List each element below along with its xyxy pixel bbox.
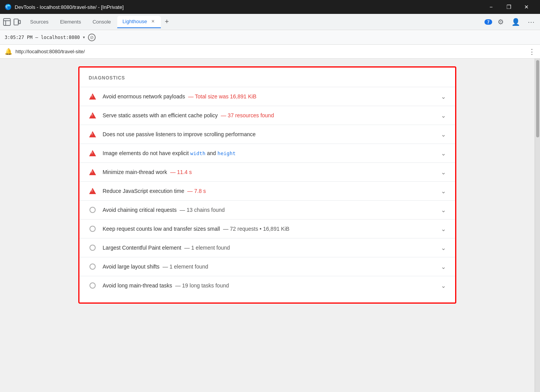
chevron-icon-5: ⌄ xyxy=(436,169,446,176)
tab-sources[interactable]: Sources xyxy=(25,16,54,28)
warning-icon-1 xyxy=(89,93,96,100)
diag-detail-8: — 72 requests • 16,891 KiB xyxy=(221,226,289,232)
diag-label-11: Avoid long main-thread tasks xyxy=(103,282,172,289)
host-dropdown-icon[interactable]: ▾ xyxy=(83,35,85,39)
section-title: DIAGNOSTICS xyxy=(79,75,455,87)
diag-label-2: Serve static assets with an efficient ca… xyxy=(103,112,218,118)
diag-detail-10: — 1 element found xyxy=(161,264,208,270)
title-bar: DevTools - localhost:8080/travel-site/ -… xyxy=(0,0,540,14)
tab-elements-label: Elements xyxy=(60,19,81,25)
diag-label-6: Reduce JavaScript execution time xyxy=(103,188,184,194)
diag-detail-2: — 37 resources found xyxy=(219,112,274,118)
chevron-icon-7: ⌄ xyxy=(436,206,446,214)
warning-icon-6 xyxy=(89,187,96,195)
chevron-icon-1: ⌄ xyxy=(436,93,446,100)
more-button[interactable]: ⋯ xyxy=(525,16,537,28)
url-display: http://localhost:8080/travel-site/ xyxy=(15,49,525,54)
neutral-icon-11 xyxy=(89,282,96,289)
diag-item-layout-shifts[interactable]: Avoid large layout shifts — 1 element fo… xyxy=(79,257,455,276)
tab-console-label: Console xyxy=(93,19,111,25)
diag-label-7: Avoid chaining critical requests xyxy=(103,207,177,213)
diag-text-9: Largest Contentful Paint element — 1 ele… xyxy=(103,245,436,251)
restore-button[interactable]: ❐ xyxy=(500,0,518,14)
chevron-icon-8: ⌄ xyxy=(436,225,446,233)
chevron-icon-10: ⌄ xyxy=(436,263,446,270)
settings-button[interactable]: ⚙ xyxy=(495,16,506,28)
window-controls: − ❐ ✕ xyxy=(482,0,535,14)
tab-lighthouse[interactable]: Lighthouse ✕ xyxy=(117,16,161,28)
time-display: 3:05:27 PM – localhost:8080 xyxy=(5,35,80,40)
warning-icon-3 xyxy=(89,130,96,138)
diag-text-6: Reduce JavaScript execution time — 7.8 s xyxy=(103,188,436,194)
minimize-button[interactable]: − xyxy=(482,0,500,14)
diag-item-critical-requests[interactable]: Avoid chaining critical requests — 13 ch… xyxy=(79,200,455,219)
url-more-icon[interactable]: ⋮ xyxy=(528,47,535,56)
inspect-icon[interactable] xyxy=(3,18,11,26)
neutral-icon-7 xyxy=(89,206,96,214)
stop-button[interactable]: ⊘ xyxy=(88,34,96,41)
diag-text-8: Keep request counts low and transfer siz… xyxy=(103,226,436,232)
diag-detail-9: — 1 element found xyxy=(183,245,230,251)
location-bar: 3:05:27 PM – localhost:8080 ▾ ⊘ xyxy=(0,30,540,45)
diag-item-long-tasks[interactable]: Avoid long main-thread tasks — 19 long t… xyxy=(79,276,455,295)
diag-item-network-payloads[interactable]: Avoid enormous network payloads — Total … xyxy=(79,87,455,106)
diag-label-3: Does not use passive listeners to improv… xyxy=(103,131,256,137)
diag-item-passive-listeners[interactable]: Does not use passive listeners to improv… xyxy=(79,125,455,144)
add-tab-button[interactable]: + xyxy=(162,16,172,27)
diag-label-9: Largest Contentful Paint element xyxy=(103,245,181,251)
diag-detail-5: — 11.4 s xyxy=(169,169,192,175)
tab-lighthouse-label: Lighthouse xyxy=(123,19,147,24)
diag-item-request-counts[interactable]: Keep request counts low and transfer siz… xyxy=(79,219,455,238)
tab-elements[interactable]: Elements xyxy=(55,16,86,28)
scrollbar[interactable] xyxy=(535,59,540,392)
diag-item-lcp[interactable]: Largest Contentful Paint element — 1 ele… xyxy=(79,238,455,257)
diag-item-image-dimensions[interactable]: Image elements do not have explicit widt… xyxy=(79,144,455,162)
diag-label-5: Minimize main-thread work xyxy=(103,169,167,175)
tab-console[interactable]: Console xyxy=(87,16,116,28)
diag-text-4: Image elements do not have explicit widt… xyxy=(103,150,436,156)
diag-label-4: Image elements do not have explicit xyxy=(103,150,189,156)
close-button[interactable]: ✕ xyxy=(518,0,535,14)
chevron-icon-6: ⌄ xyxy=(436,188,446,195)
diag-item-js-execution[interactable]: Reduce JavaScript execution time — 7.8 s… xyxy=(79,181,455,200)
favicon: 🔔 xyxy=(5,48,12,55)
browser-icon xyxy=(5,3,12,10)
diag-text-1: Avoid enormous network payloads — Total … xyxy=(103,93,436,100)
svg-rect-5 xyxy=(19,20,20,24)
code-height: height xyxy=(218,150,236,156)
scrollbar-thumb[interactable] xyxy=(536,60,539,137)
chevron-icon-3: ⌄ xyxy=(436,131,446,138)
code-width: width xyxy=(190,150,205,156)
diag-label-4b: and xyxy=(207,150,216,156)
warning-icon-2 xyxy=(89,112,96,119)
chevron-icon-4: ⌄ xyxy=(436,150,446,157)
device-icon[interactable] xyxy=(13,18,21,26)
svg-rect-4 xyxy=(14,19,18,25)
warning-icon-5 xyxy=(89,168,96,176)
diag-text-10: Avoid large layout shifts — 1 element fo… xyxy=(103,264,436,270)
url-bar: 🔔 http://localhost:8080/travel-site/ ⋮ xyxy=(0,45,540,59)
neutral-icon-10 xyxy=(89,263,96,270)
devtools-icons xyxy=(3,18,21,26)
diagnostics-container: DIAGNOSTICS Avoid enormous network paylo… xyxy=(78,66,456,304)
diag-detail-7: — 13 chains found xyxy=(178,207,225,213)
svg-rect-1 xyxy=(3,19,10,25)
tab-close-icon[interactable]: ✕ xyxy=(150,19,155,24)
diag-text-2: Serve static assets with an efficient ca… xyxy=(103,112,436,118)
diag-item-cache-policy[interactable]: Serve static assets with an efficient ca… xyxy=(79,106,455,125)
diag-detail-11: — 19 long tasks found xyxy=(174,282,229,289)
diag-label-10: Avoid large layout shifts xyxy=(103,264,160,270)
tab-bar-right: 7 ⚙ 👤 ⋯ xyxy=(484,16,537,28)
tab-bar: Sources Elements Console Lighthouse ✕ + … xyxy=(0,14,540,30)
notification-badge: 7 xyxy=(484,19,492,25)
profile-button[interactable]: 👤 xyxy=(509,16,522,28)
tab-sources-label: Sources xyxy=(30,19,49,25)
chevron-icon-2: ⌄ xyxy=(436,112,446,119)
diag-item-main-thread[interactable]: Minimize main-thread work — 11.4 s ⌄ xyxy=(79,162,455,181)
diag-detail-1: — Total size was 16,891 KiB xyxy=(187,93,256,100)
diag-text-11: Avoid long main-thread tasks — 19 long t… xyxy=(103,282,436,289)
main-area: DIAGNOSTICS Avoid enormous network paylo… xyxy=(0,59,540,392)
window-title: DevTools - localhost:8080/travel-site/ -… xyxy=(15,4,124,10)
diag-text-3: Does not use passive listeners to improv… xyxy=(103,131,436,137)
content-panel: DIAGNOSTICS Avoid enormous network paylo… xyxy=(0,59,535,392)
